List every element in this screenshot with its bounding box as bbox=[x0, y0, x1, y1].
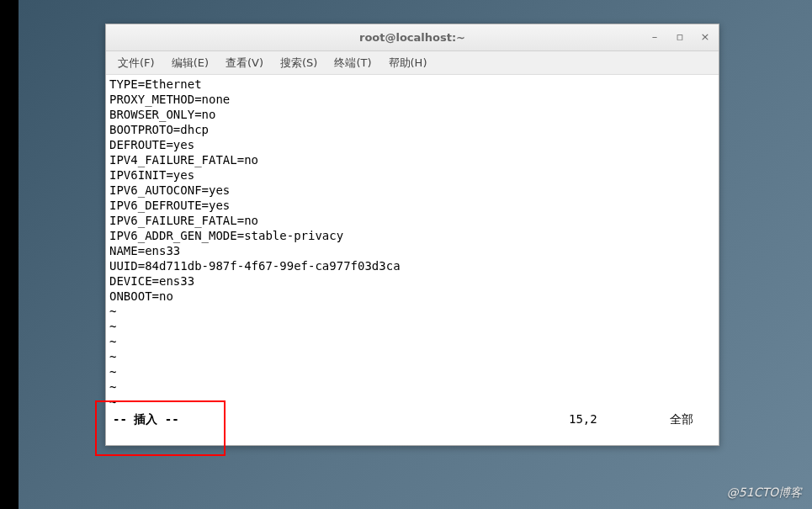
config-line: UUID=84d711db-987f-4f67-99ef-ca977f03d3c… bbox=[109, 258, 715, 273]
config-line: IPV6_FAILURE_FATAL=no bbox=[109, 213, 715, 228]
menu-terminal[interactable]: 终端(T) bbox=[327, 53, 378, 73]
tilde-line: ~ bbox=[109, 334, 715, 349]
vim-status-line: -- 插入 -- 15,2 全部 bbox=[109, 410, 715, 428]
tilde-lines: ~ ~ ~ ~ ~ ~ ~ bbox=[109, 304, 715, 410]
menubar: 文件(F) 编辑(E) 查看(V) 搜索(S) 终端(T) 帮助(H) bbox=[106, 51, 719, 75]
config-line: NAME=ens33 bbox=[109, 243, 715, 258]
left-black-band bbox=[0, 0, 19, 509]
terminal-body[interactable]: TYPE=Ethernet PROXY_METHOD=none BROWSER_… bbox=[106, 75, 719, 445]
window-controls: – ▫ × bbox=[646, 28, 714, 45]
tilde-line: ~ bbox=[109, 395, 715, 410]
config-line: BROWSER_ONLY=no bbox=[109, 107, 715, 122]
menu-file[interactable]: 文件(F) bbox=[111, 53, 162, 73]
config-line: BOOTPROTO=dhcp bbox=[109, 122, 715, 137]
config-line: ONBOOT=no bbox=[109, 289, 715, 304]
tilde-line: ~ bbox=[109, 364, 715, 379]
window-title: root@localhost:~ bbox=[106, 31, 719, 44]
tilde-line: ~ bbox=[109, 349, 715, 364]
config-line: IPV4_FAILURE_FATAL=no bbox=[109, 152, 715, 167]
config-line: IPV6INIT=yes bbox=[109, 167, 715, 183]
terminal-window: root@localhost:~ – ▫ × 文件(F) 编辑(E) 查看(V)… bbox=[105, 24, 719, 446]
tilde-line: ~ bbox=[109, 379, 715, 395]
vim-cursor-position: 15,2 bbox=[569, 411, 670, 427]
titlebar[interactable]: root@localhost:~ – ▫ × bbox=[106, 24, 719, 51]
config-line: DEFROUTE=yes bbox=[109, 137, 715, 152]
menu-edit[interactable]: 编辑(E) bbox=[165, 53, 215, 73]
menu-search[interactable]: 搜索(S) bbox=[273, 53, 324, 73]
config-line: IPV6_AUTOCONF=yes bbox=[109, 183, 715, 198]
maximize-button[interactable]: ▫ bbox=[671, 28, 688, 45]
vim-scroll: 全部 bbox=[670, 411, 712, 427]
config-line: PROXY_METHOD=none bbox=[109, 92, 715, 107]
config-line: IPV6_ADDR_GEN_MODE=stable-privacy bbox=[109, 228, 715, 243]
vim-mode: -- 插入 -- bbox=[113, 411, 569, 427]
config-line: IPV6_DEFROUTE=yes bbox=[109, 198, 715, 213]
tilde-line: ~ bbox=[109, 304, 715, 319]
watermark: @51CTO博客 bbox=[727, 485, 802, 501]
tilde-line: ~ bbox=[109, 319, 715, 334]
config-line: TYPE=Ethernet bbox=[109, 77, 715, 92]
config-line: DEVICE=ens33 bbox=[109, 273, 715, 289]
menu-help[interactable]: 帮助(H) bbox=[382, 53, 434, 73]
minimize-button[interactable]: – bbox=[646, 28, 663, 45]
menu-view[interactable]: 查看(V) bbox=[219, 53, 270, 73]
close-button[interactable]: × bbox=[697, 28, 714, 45]
